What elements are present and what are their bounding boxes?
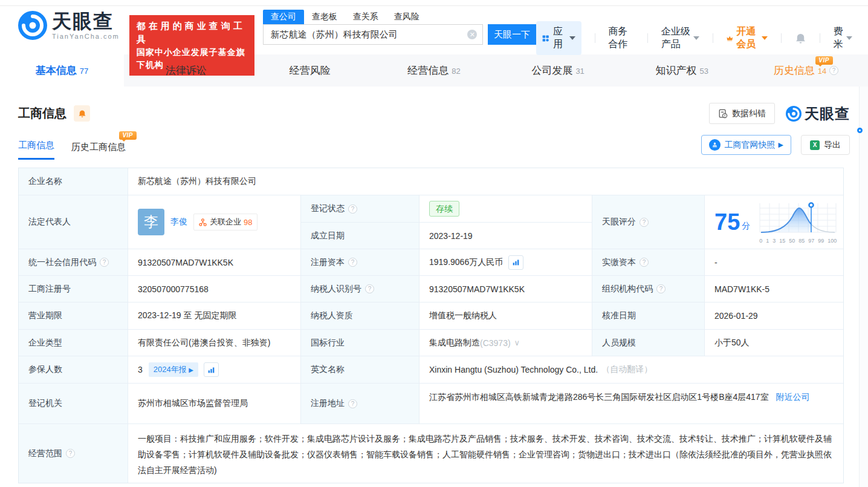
field-label-insured-count: 参保人数 xyxy=(19,356,128,383)
score-pin-icon xyxy=(809,203,814,207)
site-header: 天眼查 TianYanCha.com 都在用的商业查询工具 国家中小企业发展子基… xyxy=(0,6,868,54)
tianyancha-swirl-icon xyxy=(786,106,802,122)
insured-trend-button[interactable] xyxy=(204,362,219,377)
field-value-reg-capital: 1919.9066万人民币 xyxy=(419,249,592,275)
field-value-establish-date: 2023-12-19 xyxy=(419,223,592,249)
field-label-establish-date: 成立日期 xyxy=(301,223,419,249)
tab-company-development[interactable]: 公司发展 31 xyxy=(496,54,620,87)
field-value-reg-status: 存续 xyxy=(419,195,592,222)
section-title: 工商信息 xyxy=(18,105,66,122)
field-value-taxpayer-id: 91320507MAD7W1KK5K xyxy=(419,276,592,302)
score-axis-ticks: 01 315 5085 9799 100 xyxy=(759,237,837,244)
user-menu[interactable]: 费米 xyxy=(834,25,852,51)
field-value-reg-authority: 苏州市相城区市场监督管理局 xyxy=(128,384,300,423)
field-label-reg-authority: 登记机关 xyxy=(19,384,128,423)
field-label-org-code: 组织机构代码? xyxy=(592,276,704,302)
vip-badge: VIP xyxy=(815,56,833,65)
field-value-staff-size: 小于50人 xyxy=(705,330,843,356)
data-correction-button[interactable]: 数据纠错 xyxy=(709,103,775,124)
nav-enterprise-products[interactable]: 企业级产品 xyxy=(661,25,699,51)
legal-rep-avatar[interactable]: 李 xyxy=(138,209,164,235)
chevron-down-icon[interactable]: ∨ xyxy=(514,338,520,347)
side-rail xyxy=(859,87,868,487)
field-value-taxpayer-quality: 增值税一般纳税人 xyxy=(419,302,592,329)
tab-intellectual-property[interactable]: 知识产权 53 xyxy=(620,54,744,87)
notification-bell-icon[interactable] xyxy=(795,33,806,44)
field-value-business-term: 2023-12-19 至 无固定期限 xyxy=(128,302,300,329)
help-icon[interactable]: ? xyxy=(656,284,666,293)
tab-basic-info[interactable]: 基本信息 77 xyxy=(0,54,124,87)
export-button[interactable]: X 导出 xyxy=(801,135,850,155)
help-icon[interactable]: ? xyxy=(640,258,649,267)
search-button[interactable]: 天眼一下 xyxy=(488,24,536,45)
field-label-score: 天眼评分? xyxy=(592,195,704,249)
field-value-legal-rep: 李 李俊 关联企业 98 xyxy=(128,195,300,249)
field-value-insured-count: 3 2024年报 ▶ xyxy=(128,356,300,383)
field-value-business-scope: 一般项目：科技推广和应用服务；软件开发；集成电路芯片设计及服务；集成电路芯片及产… xyxy=(128,424,843,483)
help-icon[interactable]: ? xyxy=(100,258,109,267)
nav-cooperation[interactable]: 商务合作 xyxy=(608,25,634,51)
field-label-reg-capital: 注册资本? xyxy=(301,249,419,275)
field-label-reg-address: 注册地址? xyxy=(301,384,419,423)
tab-operating-risk[interactable]: 经营风险 xyxy=(248,54,372,87)
subtab-business-info[interactable]: 工商信息 xyxy=(18,140,54,160)
bar-chart-icon xyxy=(207,366,215,374)
capital-trend-button[interactable] xyxy=(508,255,523,270)
chevron-down-icon xyxy=(762,36,768,40)
search-tab-boss[interactable]: 查老板 xyxy=(304,10,345,24)
open-membership[interactable]: 开通会员 xyxy=(727,25,768,51)
correction-icon xyxy=(718,109,728,119)
chevron-down-icon xyxy=(693,36,699,40)
score-distribution-chart[interactable]: 01 315 5085 9799 100 xyxy=(759,201,837,244)
tab-history-info[interactable]: VIP 历史信息 14 ? xyxy=(744,54,868,87)
field-value-industry: 集成电路制造 (C3973) ∨ xyxy=(419,330,592,356)
search-tab-risk[interactable]: 查风险 xyxy=(386,10,427,24)
slogan-line1: 都在用的商业查询工具 xyxy=(137,19,247,46)
field-label-taxpayer-id: 纳税人识别号? xyxy=(301,276,419,302)
top-nav: 应用 商务合作 企业级产品 开通会员 xyxy=(536,21,868,55)
help-icon[interactable]: ? xyxy=(348,399,357,408)
status-badge: 存续 xyxy=(429,201,459,217)
field-label-taxpayer-quality: 纳税人资质 xyxy=(301,302,419,329)
field-label-approval-date: 核准日期 xyxy=(592,302,704,329)
annual-report-link[interactable]: 2024年报 ▶ xyxy=(149,362,198,377)
field-value-reg-number: 320507000775168 xyxy=(128,276,300,302)
tianyancha-logo[interactable]: 天眼查 TianYanCha.com xyxy=(18,11,120,40)
help-icon[interactable]: ? xyxy=(365,284,374,293)
subtab-history-business-info[interactable]: VIP 历史工商信息 xyxy=(71,142,126,160)
field-label-reg-status: 登记状态? xyxy=(301,195,419,222)
field-value-paid-capital: - xyxy=(705,249,843,275)
help-icon[interactable]: ? xyxy=(66,449,75,458)
search-input[interactable] xyxy=(263,24,484,45)
apps-menu[interactable]: 应用 xyxy=(536,21,581,55)
nearby-companies-link[interactable]: 附近公司 xyxy=(776,392,810,402)
search-tab-company[interactable]: 查公司 xyxy=(263,10,304,24)
field-value-approval-date: 2026-01-29 xyxy=(705,302,843,329)
field-value-credit-code: 91320507MAD7W1KK5K xyxy=(128,249,300,275)
field-value-org-code: MAD7W1KK-5 xyxy=(705,276,843,302)
vip-badge: VIP xyxy=(119,131,137,140)
search-area: 查公司 查老板 查关系 查风险 ✕ 天眼一下 xyxy=(263,9,536,45)
tab-operating-info[interactable]: 经营信息 82 xyxy=(372,54,496,87)
field-value-score: 75 分 xyxy=(705,195,843,249)
page: 天眼查 TianYanCha.com 都在用的商业查询工具 国家中小企业发展子基… xyxy=(0,0,868,487)
legal-rep-name-link[interactable]: 李俊 xyxy=(170,217,187,227)
field-label-staff-size: 人员规模 xyxy=(592,330,704,356)
help-icon[interactable]: ? xyxy=(348,258,357,267)
search-tab-relation[interactable]: 查关系 xyxy=(345,10,386,24)
help-icon[interactable]: ? xyxy=(640,218,649,227)
subscribe-bell-button[interactable] xyxy=(74,105,90,122)
chevron-down-icon xyxy=(846,36,852,40)
top-divider xyxy=(0,0,868,6)
logo-text: 天眼查 xyxy=(52,11,120,31)
field-label-company-name: 企业名称 xyxy=(19,168,128,195)
side-rail-anchor[interactable] xyxy=(857,128,863,133)
help-icon[interactable]: ? xyxy=(348,204,357,214)
help-icon[interactable]: ? xyxy=(829,66,838,75)
tab-legal-proceedings[interactable]: 法律诉讼 xyxy=(124,54,248,87)
field-label-company-type: 企业类型 xyxy=(19,330,128,356)
excel-icon: X xyxy=(810,140,820,150)
arrow-right-icon: ▶ xyxy=(189,367,193,373)
official-snapshot-button[interactable]: 工商官网快照 ▶ xyxy=(701,135,791,155)
related-companies-badge[interactable]: 关联企业 98 xyxy=(193,214,257,230)
